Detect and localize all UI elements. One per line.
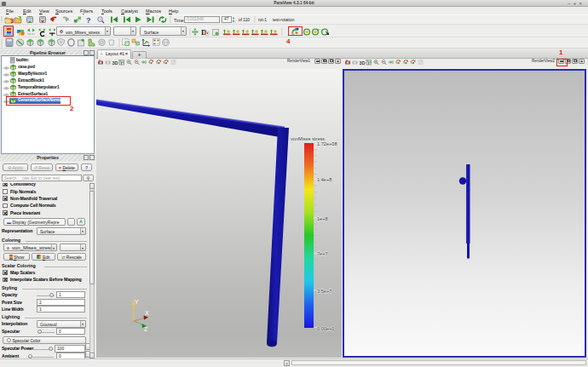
svg-text:0.00e+0: 0.00e+0 xyxy=(317,326,334,331)
svg-text:X: X xyxy=(145,310,149,316)
svg-text:Y: Y xyxy=(135,299,139,305)
svg-text:1e+8: 1e+8 xyxy=(317,216,328,221)
svg-text:?: ? xyxy=(86,16,91,25)
svg-text:3.5e+7: 3.5e+7 xyxy=(317,289,331,294)
svg-text:7e+7: 7e+7 xyxy=(317,251,328,256)
svg-text:Z: Z xyxy=(144,326,148,332)
svg-text:3D: 3D xyxy=(112,60,118,66)
svg-text:1.72e+08: 1.72e+08 xyxy=(317,141,337,146)
svg-text:vonMises stress: vonMises stress xyxy=(291,136,325,141)
svg-text:1.4e+8: 1.4e+8 xyxy=(317,177,331,182)
